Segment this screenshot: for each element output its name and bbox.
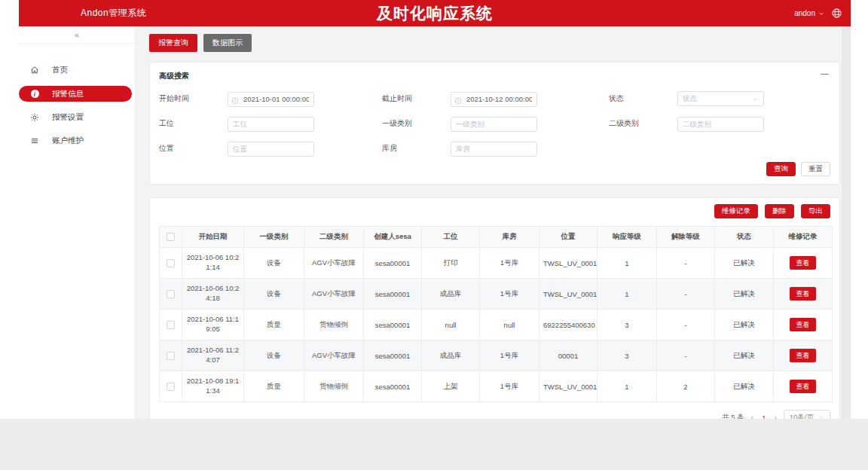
cell-response-level: 1 bbox=[598, 371, 657, 402]
table-row: 2021-10-08 19:11:34 质量 货物倾倒 sesa00001 上架… bbox=[160, 371, 833, 402]
cell-category2: 货物倾倒 bbox=[304, 310, 364, 340]
pagination-prev-icon[interactable]: ‹ bbox=[751, 414, 753, 420]
cell-position: 6922255400630 bbox=[539, 310, 598, 340]
sidebar-collapse-button[interactable]: « bbox=[19, 26, 135, 44]
cell-creator: sesa00001 bbox=[364, 340, 422, 371]
pagination: 共 5 条 ‹ 1 › 10条/页 bbox=[159, 410, 830, 419]
tab-data-chart[interactable]: 数据图示 bbox=[203, 34, 252, 52]
clock-icon bbox=[454, 94, 462, 108]
view-button[interactable]: 查看 bbox=[790, 349, 816, 362]
chevron-down-icon bbox=[818, 11, 824, 17]
tab-bar: 报警查询 数据图示 bbox=[149, 34, 840, 52]
pagination-next-icon[interactable]: › bbox=[774, 414, 776, 420]
reset-button[interactable]: 重置 bbox=[801, 162, 830, 176]
view-button[interactable]: 查看 bbox=[790, 256, 816, 270]
col-status: 状态 bbox=[715, 227, 774, 248]
sidebar-item-account-maintenance[interactable]: 账户维护 bbox=[19, 133, 135, 148]
field-start-time: 开始时间 bbox=[159, 91, 382, 106]
cell-warehouse: 1号库 bbox=[480, 371, 539, 402]
user-dropdown[interactable]: andon bbox=[794, 9, 824, 17]
sidebar-item-alarm-settings[interactable]: 报警设置 bbox=[19, 110, 135, 125]
cell-category1: 质量 bbox=[244, 371, 304, 402]
col-station: 工位 bbox=[422, 227, 480, 248]
language-globe-icon[interactable] bbox=[831, 8, 842, 19]
cell-release-level: - bbox=[657, 279, 715, 310]
category2-input[interactable] bbox=[677, 117, 764, 132]
cell-station: 上架 bbox=[422, 371, 480, 402]
pagination-total: 共 5 条 bbox=[722, 413, 744, 420]
cell-status: 已解决 bbox=[715, 371, 774, 402]
repair-records-button[interactable]: 维修记录 bbox=[714, 204, 758, 218]
cell-start-date: 2021-10-06 11:24:07 bbox=[182, 340, 244, 371]
field-label: 截止时间 bbox=[382, 93, 451, 104]
status-select[interactable]: 状态 bbox=[677, 91, 764, 106]
cell-release-level: 2 bbox=[657, 371, 715, 402]
cell-repair-record: 查看 bbox=[774, 279, 833, 310]
search-button[interactable]: 查询 bbox=[766, 162, 796, 176]
chevron-down-icon bbox=[752, 96, 759, 102]
category1-input[interactable] bbox=[451, 117, 537, 132]
sidebar-item-home[interactable]: 首页 bbox=[19, 63, 135, 78]
cell-repair-record: 查看 bbox=[774, 371, 833, 402]
header-right: andon bbox=[794, 0, 842, 26]
cell-warehouse: 1号库 bbox=[480, 248, 539, 279]
row-select-cell bbox=[160, 371, 182, 402]
cell-category2: AGV小车故障 bbox=[304, 279, 364, 310]
export-button[interactable]: 导出 bbox=[801, 204, 830, 218]
sidebar-item-alarm-info[interactable]: i 报警信息 bbox=[19, 86, 132, 102]
field-category1: 一级类别 bbox=[382, 116, 609, 131]
cell-repair-record: 查看 bbox=[774, 340, 833, 371]
row-checkbox[interactable] bbox=[167, 352, 175, 360]
cell-creator: sesa00001 bbox=[364, 279, 422, 310]
row-select-cell bbox=[160, 310, 182, 340]
user-name: andon bbox=[794, 9, 815, 17]
table-row: 2021-10-06 11:24:07 设备 AGV小车故障 sesa00001… bbox=[160, 340, 833, 371]
status-select-placeholder: 状态 bbox=[683, 94, 697, 104]
view-button[interactable]: 查看 bbox=[790, 287, 816, 301]
position-input[interactable] bbox=[228, 142, 314, 157]
select-all-checkbox[interactable] bbox=[167, 233, 175, 241]
row-checkbox[interactable] bbox=[167, 321, 175, 329]
delete-button[interactable]: 删除 bbox=[765, 204, 794, 218]
warehouse-input[interactable] bbox=[451, 142, 537, 157]
page-size-select[interactable]: 10条/页 bbox=[784, 410, 830, 419]
station-input[interactable] bbox=[228, 117, 314, 132]
field-label: 二级类别 bbox=[609, 118, 677, 129]
pagination-current-page[interactable]: 1 bbox=[760, 414, 767, 420]
cell-station: 打印 bbox=[422, 248, 480, 279]
tab-alarm-query[interactable]: 报警查询 bbox=[149, 34, 197, 52]
start-time-input[interactable] bbox=[228, 92, 314, 107]
scrollbar[interactable] bbox=[842, 26, 851, 419]
row-checkbox[interactable] bbox=[167, 383, 175, 391]
cell-status: 已解决 bbox=[715, 279, 774, 310]
info-icon: i bbox=[30, 90, 39, 99]
sidebar: « 首页 i 报警信息 bbox=[19, 26, 136, 419]
col-release-level: 解除等级 bbox=[657, 227, 715, 248]
list-icon bbox=[30, 136, 39, 145]
cell-release-level: - bbox=[657, 340, 715, 371]
row-checkbox[interactable] bbox=[167, 259, 175, 267]
cell-status: 已解决 bbox=[715, 310, 774, 340]
col-category2: 二级类别 bbox=[304, 227, 364, 248]
cell-creator: sesa00001 bbox=[364, 248, 422, 279]
cell-station: 成品库 bbox=[422, 279, 480, 310]
row-checkbox[interactable] bbox=[167, 290, 175, 298]
col-response-level: 响应等级 bbox=[598, 227, 657, 248]
cell-response-level: 3 bbox=[598, 310, 657, 340]
field-label: 一级类别 bbox=[382, 118, 451, 129]
cell-status: 已解决 bbox=[715, 340, 774, 371]
end-time-input[interactable] bbox=[451, 92, 537, 107]
view-button[interactable]: 查看 bbox=[790, 380, 816, 393]
cell-category1: 设备 bbox=[244, 340, 304, 371]
col-creator: 创建人sesa bbox=[364, 227, 422, 248]
cell-start-date: 2021-10-08 19:11:34 bbox=[182, 371, 244, 402]
screen: Andon管理系统 及时化响应系统 andon bbox=[0, 0, 868, 470]
sidebar-item-label: 报警信息 bbox=[52, 89, 84, 99]
table-row: 2021-10-06 11:19:05 质量 货物倾倒 sesa00001 nu… bbox=[160, 310, 833, 340]
field-label: 状态 bbox=[609, 93, 677, 104]
filter-actions: 查询 重置 bbox=[766, 162, 830, 176]
view-button[interactable]: 查看 bbox=[790, 318, 816, 331]
cell-warehouse: 1号库 bbox=[480, 279, 539, 310]
panel-collapse-icon[interactable]: — bbox=[821, 69, 829, 78]
page-size-value: 10条/页 bbox=[790, 413, 814, 420]
